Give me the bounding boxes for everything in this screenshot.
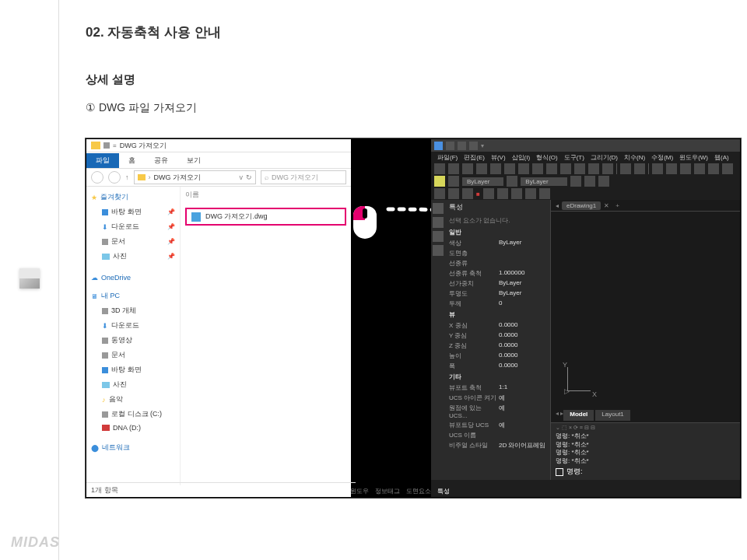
menu-item[interactable]: 도구(T) [564,153,584,162]
status-item[interactable]: 특성 [437,487,450,495]
file-item-dwg[interactable]: DWG 가져오기.dwg [185,208,346,226]
tool-icon[interactable] [574,163,585,174]
tool-icon[interactable] [588,163,599,174]
sidebar-quick-access[interactable]: ★즐겨찾기 [86,190,180,205]
tool-icon[interactable] [570,176,581,187]
linetype-select[interactable]: ByLayer [521,177,566,186]
tool-icon[interactable] [518,163,529,174]
tool-icon[interactable] [433,245,444,256]
tool-icon[interactable] [511,188,522,199]
nav-fwd-icon[interactable] [108,171,121,184]
nav-back-icon[interactable] [91,171,103,184]
tool-icon[interactable] [652,163,663,174]
tool-icon[interactable] [708,163,719,174]
tool-icon[interactable] [434,176,445,187]
tab-view[interactable]: 보기 [177,153,210,168]
sidebar-item[interactable]: ⬇다운로드 [86,318,180,333]
status-count: 1개 항목 [91,485,118,495]
drawing-tab[interactable]: eDrawing1 [562,201,601,210]
tool-icon[interactable] [434,188,445,199]
tool-icon[interactable] [598,176,609,187]
tool-icon[interactable] [504,163,515,174]
explorer-sidebar: ★즐겨찾기 바탕 화면📌 ⬇다운로드📌 문서📌 사진📌 ☁OneDrive 🖥내… [86,187,181,485]
tool-icon[interactable] [560,163,571,174]
status-item[interactable]: 윈도우 [350,487,369,495]
tool-icon[interactable] [448,176,459,187]
close-icon[interactable]: ✕ [604,202,609,209]
tool-icon[interactable] [507,176,517,187]
tool-icon[interactable] [546,163,557,174]
sidebar-item[interactable]: 바탕 화면 [86,362,180,377]
tool-icon[interactable] [462,188,473,199]
status-item[interactable]: 정보태그 [375,487,400,495]
tool-icon[interactable] [694,163,705,174]
menu-item[interactable]: 치수(N) [624,153,645,162]
chevron-left-icon[interactable]: ◂ [556,202,559,209]
sidebar-item[interactable]: 바탕 화면📌 [86,205,180,219]
tool-icon[interactable] [634,163,645,174]
explorer-filelist: 이름 DWG 가져오기.dwg [181,187,351,485]
tool-icon[interactable] [433,203,444,214]
tool-icon[interactable] [602,163,613,174]
tab-file[interactable]: 파일 [86,153,119,168]
cad-canvas[interactable]: ◂ eDrawing1 ✕ + Y X ▷ ◂ ▸ [551,200,740,480]
sidebar-item[interactable]: DNA (D:) [86,422,180,434]
address-box[interactable]: › DWG 가져오기 v ↻ [134,170,257,184]
sidebar-item[interactable]: 사진 [86,377,180,392]
tool-icon[interactable] [434,163,445,174]
sidebar-item[interactable]: 동영상 [86,333,180,348]
sidebar-item[interactable]: ♪음악 [86,392,180,407]
desktop-icon [102,209,108,215]
sidebar-network[interactable]: ⬤네트워크 [86,440,180,455]
qa-icon[interactable] [458,142,466,150]
menu-item[interactable]: 웹(A) [714,153,729,162]
menu-item[interactable]: 윈도우(W) [679,153,708,162]
layer-select[interactable]: ByLayer [462,177,503,186]
tool-icon[interactable] [539,188,550,199]
tab-nav-icon[interactable]: ◂ ▸ [556,410,563,421]
sidebar-item[interactable]: 문서 [86,348,180,362]
column-header[interactable]: 이름 [181,187,351,203]
sidebar-thispc[interactable]: 🖥내 PC [86,289,180,303]
command-input[interactable]: 명령: [556,467,735,477]
tool-icon[interactable] [433,217,444,228]
search-input[interactable]: ⌕ DWG 가져오기 [261,170,346,184]
sidebar-item[interactable]: 3D 개체 [86,303,180,318]
menu-item[interactable]: 삽입(I) [512,153,531,162]
tool-icon[interactable] [433,231,444,242]
tool-icon[interactable] [462,163,473,174]
sidebar-onedrive[interactable]: ☁OneDrive [86,271,180,284]
tool-icon[interactable] [722,163,733,174]
tool-icon[interactable] [532,163,543,174]
qa-icon[interactable] [469,142,478,150]
tool-icon[interactable] [476,163,487,174]
sidebar-item[interactable]: ⬇다운로드📌 [86,219,180,234]
menu-item[interactable]: 그리기(D) [591,153,618,162]
menu-item[interactable]: 편집(E) [464,153,485,162]
tool-icon[interactable] [525,188,536,199]
tool-icon[interactable] [584,176,595,187]
menu-item[interactable]: 형식(O) [536,153,558,162]
qa-icon[interactable] [446,142,454,150]
sidebar-item[interactable]: 사진📌 [86,249,180,264]
nav-up-icon[interactable]: ↑ [125,173,129,181]
tool-icon[interactable] [448,163,459,174]
menu-item[interactable]: 파일(F) [437,153,458,162]
plus-icon[interactable]: + [615,202,619,209]
tab-home[interactable]: 홈 [119,153,145,168]
tool-icon[interactable] [483,188,494,199]
status-item[interactable]: 도면요소 [406,487,431,495]
tool-icon[interactable] [490,163,501,174]
model-tab[interactable]: Model [563,410,594,421]
layout-tab[interactable]: Layout1 [595,410,630,421]
menu-item[interactable]: 뷰(V) [491,153,506,162]
menu-item[interactable]: 수정(M) [651,153,673,162]
tool-icon[interactable] [448,188,459,199]
tool-icon[interactable] [666,163,677,174]
tool-icon[interactable] [620,163,631,174]
tool-icon[interactable] [497,188,508,199]
sidebar-item[interactable]: 문서📌 [86,234,180,249]
tab-share[interactable]: 공유 [145,153,177,168]
sidebar-item[interactable]: 로컬 디스크 (C:) [86,407,180,422]
tool-icon[interactable] [680,163,691,174]
